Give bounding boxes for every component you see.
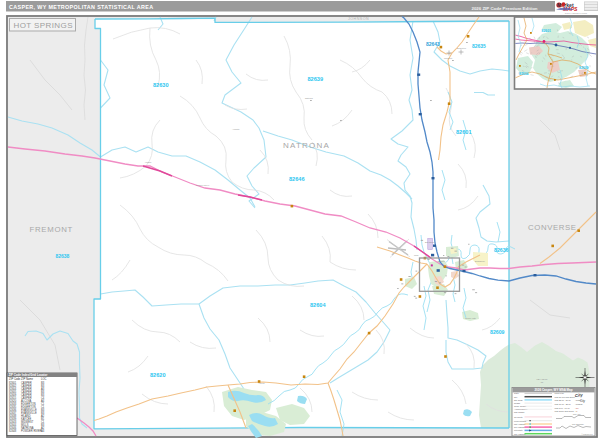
svg-text:82609: 82609	[490, 329, 505, 335]
svg-text:ZIP Code: ZIP Code	[514, 399, 524, 401]
svg-text:Powder River: Powder River	[196, 184, 209, 186]
svg-text:Abc: Abc	[575, 407, 578, 409]
svg-text:Reg. Hwy: Reg. Hwy	[573, 413, 581, 415]
svg-text:Abcdefg: Abcdefg	[575, 403, 582, 405]
svg-text:Bar Nunn: Bar Nunn	[425, 241, 435, 243]
svg-text:Interstate: Interstate	[514, 429, 524, 431]
svg-text:2026 ZIP Code Premium Edition: 2026 ZIP Code Premium Edition	[471, 6, 537, 11]
svg-text:NATRONA: NATRONA	[283, 141, 330, 150]
svg-text:A3: A3	[41, 429, 45, 433]
svg-text:Rail Roads: Rail Roads	[514, 411, 524, 413]
svg-text:© MarketMAPS: © MarketMAPS	[581, 433, 592, 435]
svg-text:MI: MI	[541, 381, 544, 383]
svg-text:POWDER RIVER: POWDER RIVER	[21, 429, 41, 433]
svg-text:Roads: Roads	[514, 402, 520, 404]
svg-text:CASPER, WY METROPOLITAN STATIS: CASPER, WY METROPOLITAN STATISTICAL AREA	[9, 4, 153, 10]
svg-text:Co Route: Co Route	[514, 416, 524, 418]
svg-text:82601: 82601	[542, 29, 552, 33]
svg-text:Place Pop:: Place Pop:	[555, 392, 565, 394]
svg-text:FREMONT: FREMONT	[30, 225, 73, 234]
svg-text:Muddy Mtn: Muddy Mtn	[465, 317, 477, 319]
svg-text:82646: 82646	[289, 176, 305, 182]
svg-text:Midwest: Midwest	[444, 57, 452, 59]
svg-text:Hiland: Hiland	[145, 161, 152, 163]
svg-text:Alcova: Alcova	[258, 382, 265, 384]
svg-text:State: State	[514, 392, 520, 394]
svg-text:Arminto: Arminto	[232, 128, 240, 130]
svg-text:82604: 82604	[310, 302, 326, 308]
svg-text:82601: 82601	[456, 129, 472, 135]
svg-text:JOHNSON: JOHNSON	[348, 17, 369, 21]
svg-text:82620: 82620	[150, 372, 166, 378]
svg-text:82630: 82630	[153, 82, 169, 88]
svg-text:Natrona: Natrona	[305, 97, 314, 99]
svg-text:Evansville: Evansville	[475, 260, 486, 262]
svg-text:Casper: Casper	[438, 260, 445, 262]
svg-text:82635: 82635	[472, 43, 486, 49]
svg-text:DIGITAL VECTOR MAPPING: DIGITAL VECTOR MAPPING	[565, 12, 588, 14]
svg-text:City: City	[580, 399, 585, 403]
svg-text:Reg. Boundary: Reg. Boundary	[572, 423, 584, 425]
svg-text:Toll: Toll	[514, 396, 518, 398]
svg-text:82639: 82639	[308, 76, 324, 82]
svg-text:ST Highway: ST Highway	[514, 426, 526, 428]
svg-text:82636: 82636	[494, 247, 509, 253]
svg-text:Edgerton: Edgerton	[457, 47, 467, 49]
svg-text:82648: 82648	[9, 429, 17, 433]
svg-text:KEY TO MI: KEY TO MI	[537, 378, 548, 380]
svg-text:CONVERSE: CONVERSE	[528, 223, 577, 232]
svg-text:HOT SPRINGS: HOT SPRINGS	[14, 21, 73, 30]
svg-text:ZIP Code Index/Grid Locator: ZIP Code Index/Grid Locator	[9, 373, 49, 377]
svg-text:82609: 82609	[579, 66, 589, 70]
svg-text:82604: 82604	[519, 72, 529, 76]
svg-text:Conn. Roads: Conn. Roads	[514, 405, 526, 407]
svg-text:82643: 82643	[426, 41, 440, 47]
svg-text:82638: 82638	[56, 253, 70, 259]
